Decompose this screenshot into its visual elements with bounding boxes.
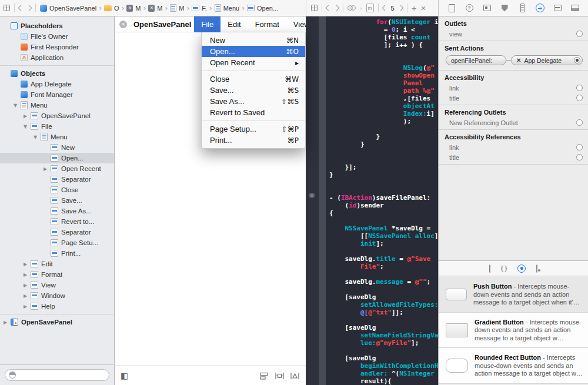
outline-row-first-responder[interactable]: First Responder: [0, 42, 114, 52]
connect-circle[interactable]: [576, 31, 583, 37]
outline-row-application[interactable]: AApplication: [0, 52, 114, 63]
filter-field[interactable]: [5, 369, 109, 381]
library-item-rounded-rect-button[interactable]: Rounded Rect Button - Intercepts mouse-d…: [439, 348, 588, 384]
menu-item-save[interactable]: Save...⌘S: [202, 85, 305, 96]
outline-row-file-s-owner[interactable]: File's Owner: [0, 31, 114, 42]
close-editor-icon[interactable]: ×: [421, 4, 426, 12]
view-effects-inspector-icon[interactable]: [570, 3, 580, 14]
outline-row-edit[interactable]: ▶Edit: [0, 259, 114, 269]
outline-row-menu[interactable]: ▼Menu: [0, 100, 114, 111]
outline-row-objects[interactable]: Objects: [0, 68, 114, 79]
outline-row-revert-to[interactable]: Revert to...: [0, 216, 114, 227]
close-icon[interactable]: ✕: [119, 21, 127, 28]
outline-row-view[interactable]: ▶View: [0, 280, 114, 290]
connect-circle[interactable]: [576, 154, 583, 160]
outline-row-new[interactable]: New: [0, 142, 114, 153]
back-icon[interactable]: [18, 5, 24, 11]
menu-item-print[interactable]: Print...⌘P: [202, 135, 305, 146]
outline-row-placeholders[interactable]: Placeholders: [0, 21, 114, 31]
outline-row-menu[interactable]: ▼Menu: [0, 132, 114, 142]
outline-row-opensavepanel[interactable]: ▶OpenSavePanel: [0, 111, 114, 121]
hide-document-outline-icon[interactable]: ◧: [121, 371, 128, 380]
related-items-icon[interactable]: [311, 5, 318, 11]
connected-circle[interactable]: [574, 57, 580, 63]
outline-row-open-recent[interactable]: ▶Open Recent: [0, 163, 114, 174]
breadcrumb-item-menu[interactable]: Menu: [215, 4, 240, 12]
outline-row-file[interactable]: ▼File: [0, 121, 114, 132]
outline-row-separator[interactable]: Separator: [0, 227, 114, 237]
forward-icon[interactable]: [334, 5, 340, 11]
menubar-item-format[interactable]: Format: [248, 16, 286, 32]
counterparts-icon[interactable]: [348, 5, 356, 11]
outline-row-save-as[interactable]: Save As...: [0, 206, 114, 216]
action-target-pill[interactable]: ✕ App Delegate: [511, 55, 583, 65]
breadcrumb-item-m[interactable]: M: [170, 4, 184, 12]
outline-row-window[interactable]: ▶Window: [0, 290, 114, 301]
outline-row-print[interactable]: Print...: [0, 248, 114, 259]
previous-item-icon[interactable]: [382, 5, 387, 11]
menu-item-new[interactable]: New⌘N: [202, 35, 305, 46]
outline-row-font-manager[interactable]: Font Manager: [0, 89, 114, 100]
menubar-app-title[interactable]: OpenSavePanel: [133, 20, 191, 29]
outline-row-opensavepanel[interactable]: ▶OpenSavePanel: [0, 317, 114, 327]
disclosure-triangle-icon[interactable]: ▶: [24, 293, 31, 299]
back-icon[interactable]: [326, 5, 332, 11]
forward-icon[interactable]: [26, 5, 32, 11]
identity-inspector-icon[interactable]: [482, 3, 492, 14]
connect-circle[interactable]: [576, 119, 583, 126]
pin-icon[interactable]: [275, 371, 285, 381]
outline-row-close[interactable]: Close: [0, 185, 114, 195]
connections-inspector-icon[interactable]: →: [534, 3, 545, 14]
breadcrumb-item-opensavepanel[interactable]: OpenSavePanel: [40, 5, 96, 12]
menu-item-page-setup[interactable]: Page Setup...⇧⌘P: [202, 123, 305, 135]
disclosure-triangle-icon[interactable]: ▼: [24, 124, 31, 129]
bindings-inspector-icon[interactable]: [552, 3, 563, 14]
breadcrumb-item-o[interactable]: O: [104, 5, 119, 12]
size-inspector-icon[interactable]: [517, 3, 527, 14]
menubar-item-edit[interactable]: Edit: [220, 16, 248, 32]
breadcrumb-item-open[interactable]: Open...: [247, 5, 278, 12]
resolve-auto-layout-icon[interactable]: [290, 371, 300, 381]
menu-item-revert-to-saved[interactable]: Revert to Saved: [202, 107, 305, 118]
code-snippet-library-icon[interactable]: { }: [501, 265, 507, 272]
disclosure-triangle-icon[interactable]: ▶: [4, 320, 11, 325]
disclosure-triangle-icon[interactable]: ▶: [24, 113, 31, 119]
split-handle-icon[interactable]: [309, 193, 315, 198]
menu-item-open[interactable]: Open...⌘O: [202, 46, 305, 57]
breadcrumb-item-m[interactable]: ×M: [126, 5, 141, 12]
assistant-code-editor[interactable]: for(NSUInteger i = 0; i < [files count ]…: [319, 16, 438, 385]
sent-action-pill[interactable]: openFilePanel:: [446, 55, 506, 65]
add-editor-icon[interactable]: +: [412, 4, 417, 12]
outline-row-save[interactable]: Save...: [0, 195, 114, 206]
disclosure-triangle-icon[interactable]: ▼: [14, 103, 21, 108]
file-template-library-icon[interactable]: [489, 265, 490, 272]
file-inspector-icon[interactable]: [446, 3, 457, 14]
connect-circle[interactable]: [576, 144, 583, 150]
disclosure-triangle-icon[interactable]: ▶: [24, 272, 31, 277]
breadcrumb-item-f[interactable]: F.: [192, 5, 207, 12]
disclosure-triangle-icon[interactable]: ▼: [34, 135, 41, 140]
quick-help-inspector-icon[interactable]: ?: [464, 3, 475, 14]
menu-item-save-as[interactable]: Save As...⇧⌘S: [202, 96, 305, 107]
outline-row-open[interactable]: Open...: [0, 153, 114, 163]
menubar-item-file[interactable]: File: [194, 16, 220, 32]
library-item-gradient-button[interactable]: Gradient Button - Intercepts mouse-down …: [439, 313, 588, 349]
disclosure-triangle-icon[interactable]: ▶: [44, 166, 51, 172]
disclosure-triangle-icon[interactable]: ▶: [24, 262, 31, 267]
outline-row-help[interactable]: ▶Help: [0, 301, 114, 312]
library-item-push-button[interactable]: Push Button - Intercepts mouse-down even…: [439, 277, 588, 313]
outline-row-page-setu[interactable]: Page Setu...: [0, 237, 114, 248]
connect-circle[interactable]: [576, 85, 583, 91]
next-item-icon[interactable]: [397, 5, 403, 11]
disclosure-triangle-icon[interactable]: ▶: [24, 283, 31, 288]
outline-row-format[interactable]: ▶Format: [0, 269, 114, 280]
object-library-icon[interactable]: [517, 265, 526, 273]
align-icon[interactable]: [259, 371, 269, 381]
menubar-item-view[interactable]: View: [286, 16, 306, 32]
attributes-inspector-icon[interactable]: [499, 3, 510, 14]
disconnect-icon[interactable]: ✕: [516, 57, 521, 63]
related-items-icon[interactable]: [4, 5, 10, 11]
breadcrumb-item-m[interactable]: ×M: [148, 5, 162, 12]
media-library-icon[interactable]: [536, 265, 537, 272]
menu-item-close[interactable]: Close⌘W: [202, 73, 305, 85]
